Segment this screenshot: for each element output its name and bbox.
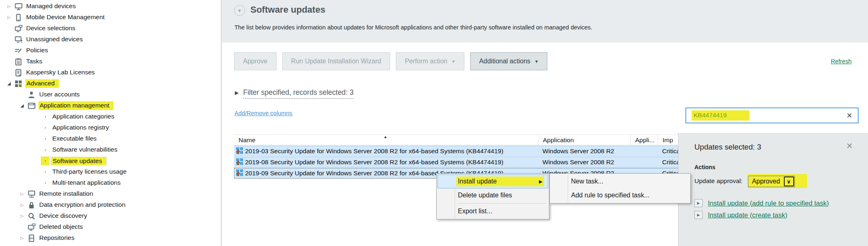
sidebar-item-advanced[interactable]: ◢ Advanced — [0, 78, 221, 89]
monitor-select-icon — [26, 224, 37, 231]
expand-right-icon[interactable]: ▶ — [235, 90, 239, 96]
update-approval-select[interactable]: Approved ∨ — [748, 176, 795, 187]
sidebar-item-applications-registry[interactable]: · Applications registry — [0, 122, 221, 133]
play-icon[interactable]: ▶ — [694, 211, 703, 219]
server-icon — [26, 235, 37, 242]
update-name: 2019-08 Security Update for Windows Serv… — [245, 159, 503, 166]
chevron-down-icon: ∨ — [784, 177, 794, 186]
sidebar-item-repositories[interactable]: ▷ Repositories — [0, 233, 221, 244]
menu-item-export-list[interactable]: Export list... — [437, 204, 548, 218]
sidebar-item-device-discovery[interactable]: ▷ Device discovery — [0, 210, 221, 221]
update-application: Windows Server 2008 R2 — [538, 148, 630, 155]
menu-item-install-update[interactable]: Install update ▶ — [437, 174, 548, 188]
expander-collapsed-icon[interactable]: ▷ — [18, 203, 26, 207]
sidebar-item-software-updates[interactable]: · Software updates — [0, 155, 221, 166]
table-row[interactable]: 2019-03 Security Update for Windows Serv… — [234, 146, 692, 157]
lock-icon — [26, 201, 37, 209]
approval-highlight: Approved ∨ — [748, 174, 807, 188]
policies-icon — [13, 47, 24, 54]
sidebar-item-tasks[interactable]: ▷ Tasks — [0, 56, 221, 67]
update-approval-label: Update approval: — [694, 177, 743, 185]
sidebar-item-policies[interactable]: ▷ Policies — [0, 45, 221, 56]
caret-down-icon: ▼ — [451, 59, 455, 64]
page-description: The list below provides information abou… — [234, 24, 592, 31]
sidebar-item-device-selections[interactable]: ▷ Device selections — [0, 23, 221, 34]
approve-button[interactable]: Approve — [234, 52, 277, 70]
update-application: Windows Server 2008 R2 — [538, 159, 630, 166]
menu-item-add-rule-to-specified-task[interactable]: Add rule to specified task... — [551, 188, 689, 202]
expander-expanded-icon[interactable]: ◢ — [5, 81, 13, 86]
expander-collapsed-icon[interactable]: ▷ — [18, 214, 26, 218]
expander-collapsed-icon[interactable]: ▷ — [5, 4, 13, 9]
play-icon[interactable]: ▶ — [694, 199, 703, 207]
menu-item-delete-update-files[interactable]: Delete update files — [437, 188, 548, 202]
window-icon — [26, 102, 37, 110]
toolbar: Approve Run Update Installation Wizard P… — [234, 52, 547, 70]
mobile-icon — [13, 14, 24, 21]
bullet-icon: · — [41, 157, 50, 165]
install-update-create-task-link[interactable]: Install update (create task) — [708, 211, 787, 219]
close-icon[interactable]: ✕ — [846, 112, 852, 119]
page-header: ▼ Software updates The list below provid… — [222, 0, 868, 42]
refresh-link[interactable]: Refresh — [831, 58, 852, 65]
windows-update-icon — [235, 147, 244, 156]
sidebar-item-application-categories[interactable]: · Application categories — [0, 111, 221, 122]
additional-actions-button[interactable]: Additional actions ▼ — [470, 52, 547, 70]
sidebar-item-application-management[interactable]: ◢ Application management — [0, 100, 221, 111]
details-panel-title: Updates selected: 3 — [694, 143, 761, 152]
submenu-arrow-icon: ▶ — [539, 179, 542, 184]
monitor-icon — [13, 3, 24, 10]
grid-icon — [13, 80, 24, 87]
table-header: ▲ Name Application Appli... Imp — [234, 134, 692, 145]
navigation-tree: ▷ Managed devices ▷ Mobile Device Manage… — [0, 0, 221, 246]
sidebar-item-data-encryption-and-protection[interactable]: ▷ Data encryption and protection — [0, 199, 221, 210]
user-icon — [26, 91, 37, 98]
update-name: 2019-03 Security Update for Windows Serv… — [245, 148, 503, 155]
install-update-submenu: New task... Add rule to specified task..… — [549, 173, 691, 204]
sidebar-item-executable-files[interactable]: · Executable files — [0, 133, 221, 144]
search-input[interactable]: KB4474419 ✕ — [685, 107, 859, 123]
filter-summary[interactable]: ▶ Filter specified, records selected: 3 — [235, 88, 354, 99]
sidebar-item-managed-devices[interactable]: ▷ Managed devices — [0, 1, 221, 12]
column-header-appli[interactable]: Appli... — [630, 135, 658, 145]
close-icon[interactable]: ✕ — [846, 142, 853, 150]
expander-expanded-icon[interactable]: ◢ — [18, 103, 26, 108]
column-header-application[interactable]: Application — [538, 135, 630, 145]
bullet-icon: · — [41, 112, 50, 121]
sidebar-item-deleted-objects[interactable]: ▷ Deleted objects — [0, 221, 221, 233]
add-remove-columns-link[interactable]: Add/Remove columns — [234, 110, 292, 116]
updates-table: ▲ Name Application Appli... Imp 2019-03 … — [234, 134, 692, 179]
menu-item-new-task[interactable]: New task... — [551, 174, 689, 188]
chevron-down-circle-icon[interactable]: ▼ — [234, 5, 245, 16]
install-update-create-task-row: ▶ Install update (create task) — [694, 211, 787, 219]
details-panel: Updates selected: 3 ✕ Actions Update app… — [678, 133, 868, 246]
clipboard-icon — [13, 58, 24, 65]
monitor-alert-icon — [13, 36, 24, 43]
expander-collapsed-icon[interactable]: ▷ — [18, 236, 26, 240]
sidebar-item-multi-tenant-applications[interactable]: · Multi-tenant applications — [0, 177, 221, 188]
table-row[interactable]: 2019-08 Security Update for Windows Serv… — [234, 157, 692, 168]
expander-collapsed-icon[interactable]: ▷ — [5, 15, 13, 20]
expander-collapsed-icon[interactable]: ▷ — [18, 192, 26, 196]
monitor-network-icon — [26, 190, 37, 198]
sidebar-item-kaspersky-lab-licenses[interactable]: ▷ Kaspersky Lab Licenses — [0, 67, 221, 78]
bullet-icon: · — [41, 168, 50, 176]
kaspersky-console-window: ▷ Managed devices ▷ Mobile Device Manage… — [0, 0, 868, 246]
sort-asc-icon: ▲ — [384, 135, 387, 139]
install-update-add-rule-link[interactable]: Install update (add rule to specified ta… — [708, 199, 829, 207]
sidebar-item-software-vulnerabilities[interactable]: · Software vulnerabilities — [0, 144, 221, 155]
install-update-add-rule-row: ▶ Install update (add rule to specified … — [694, 199, 829, 207]
license-icon — [13, 69, 24, 76]
search-value[interactable]: KB4474419 — [692, 110, 750, 121]
bullet-icon: · — [41, 134, 50, 143]
run-update-installation-wizard-button[interactable]: Run Update Installation Wizard — [282, 52, 390, 70]
perform-action-button[interactable]: Perform action ▼ — [396, 52, 464, 70]
sidebar-item-unassigned-devices[interactable]: ▷ Unassigned devices — [0, 34, 221, 45]
bullet-icon: · — [41, 145, 50, 154]
sidebar-item-third-party-licenses-usage[interactable]: · Third-party licenses usage — [0, 166, 221, 177]
windows-update-icon — [235, 158, 244, 167]
caret-down-icon: ▼ — [535, 59, 539, 64]
sidebar-item-remote-installation[interactable]: ▷ Remote installation — [0, 188, 221, 199]
sidebar-item-user-accounts[interactable]: ▷ User accounts — [0, 89, 221, 100]
sidebar-item-mobile-device-management[interactable]: ▷ Mobile Device Management — [0, 12, 221, 23]
